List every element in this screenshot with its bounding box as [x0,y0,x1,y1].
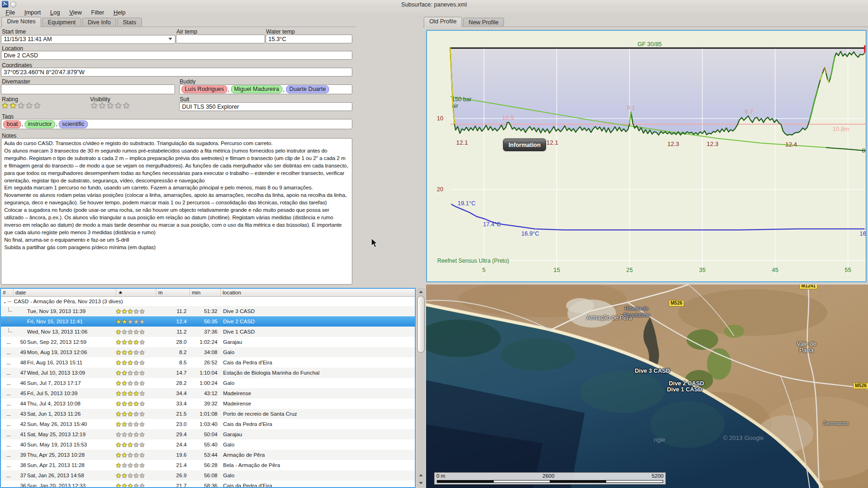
dive-row[interactable]: 41Sat, May 25, 2013 12:19★★★★★29.450:04G… [1,429,415,439]
menu-view[interactable]: View [64,8,86,17]
dive-row[interactable]: Tue, Nov 19, 2013 11:39★★★★★11.251:32Div… [1,306,415,316]
tree-line [7,301,12,302]
profile-plot: 10.8m150 barair8019.1°C17.4°C16.9°C1612.… [427,31,867,282]
road-badge-m526-2: M526 [853,383,868,389]
dive-row[interactable]: 37Sat, Jan 26, 2013 14:58★★★★★26.956:08G… [1,470,415,481]
tab-equipment[interactable]: Equipment [42,18,81,27]
tag-chip[interactable]: boat [3,120,21,128]
menu-filter[interactable]: Filter [86,8,109,17]
map-attribution: © 2013 Google [706,435,781,441]
map-label-vale-de-parra: Vale de Parra [790,341,823,354]
expander-icon[interactable]: ⌄ [3,299,7,304]
dive-profile-chart: 10.8m150 barair8019.1°C17.4°C16.9°C1612.… [426,30,867,282]
avg-depth-label: 10.8m [833,125,849,132]
start-time-input[interactable] [1,35,175,44]
dive-row[interactable]: 49Mon, Aug 19, 2013 12:06★★★★★8.234:08Ga… [1,347,415,357]
menu-import[interactable]: Import [20,8,45,17]
water-temp-input[interactable] [266,35,352,43]
dive-list-header[interactable]: # date ★ m min location [1,289,415,297]
dive-row[interactable]: 44Thu, Jul 4, 2013 10:08★★★★★33.439:32Ma… [1,398,415,409]
chip-separator: , [283,86,284,93]
divemaster-label: Divemaster [2,78,30,85]
tab-dive-notes[interactable]: Dive Notes [1,17,41,27]
tags-input[interactable]: boat, instructor, scientific [1,119,352,129]
menu-help[interactable]: Help [109,8,130,17]
map-marker-dive-3-casd[interactable]: Dive 3 CASD [631,368,673,374]
time-axis-tick: 35 [699,267,706,273]
depth-annotation: 12.3 [707,140,718,147]
tab-stats[interactable]: Stats [117,18,142,27]
information-button[interactable]: Information [503,139,546,151]
scrollbar-thumb[interactable] [417,296,425,353]
dive-row[interactable]: 42Sun, May 26, 2013 15:40★★★★★23.01:03:4… [1,419,415,429]
depth-axis-tick: 20 [437,186,443,193]
time-axis-tick: 55 [845,267,851,273]
depth-annotation: 12.1 [546,139,558,146]
dive-row[interactable]: 40Sun, May 19, 2013 15:53★★★★★24.455:40G… [1,439,415,450]
map-scale-bar: 0 m 2600 5200 [434,472,666,485]
tab-new-profile[interactable]: New Profile [463,18,504,27]
buddy-chip[interactable]: Luís Rodrigues [182,85,227,93]
col-depth[interactable]: m [156,289,189,296]
map-marker-dive-2-casd[interactable]: Dive 2 CASD [665,380,708,387]
dive-row[interactable]: Wed, Nov 13, 2013 11:06★★★★★11.237:36Div… [1,327,415,337]
profile-tabbar: Old Profile New Profile [424,18,504,27]
rating-stars[interactable]: ★★★★★ [1,101,42,111]
dive-row[interactable]: 50Sun, Sep 22, 2013 12:59★★★★★28.01:02:2… [1,337,415,347]
dive-row[interactable]: 45Fri, Jul 5, 2013 10:39★★★★★34.443:12Ma… [1,388,415,398]
scroll-down-icon[interactable] [417,480,425,487]
start-time-combo[interactable] [1,35,175,43]
air-temp-input[interactable] [176,35,265,43]
temperature-label: 19.1°C [458,200,476,207]
dive-list[interactable]: # date ★ m min location ⌄ CASD - Armação… [0,288,416,488]
road-badge-m1241: M1241 [799,285,818,289]
buddy-chip[interactable]: Duarte Duarte [286,85,329,93]
dive-row[interactable]: 38Sun, Apr 21, 2013 11:28★★★★★21.456:28B… [1,460,415,470]
col-date[interactable]: date [13,289,116,296]
scale-end: 5200 [651,473,664,479]
water-temp-label: Water temp [266,28,295,35]
suit-input[interactable] [179,102,352,111]
notes-textarea[interactable]: Aula do curso CASD. Transectos c/video e… [1,138,352,285]
dive-row[interactable]: 47Wed, Jul 10, 2013 13:09★★★★★14.71:10:0… [1,368,415,378]
temperature-label: 17.4°C [483,221,501,228]
left-tabbar: Dive Notes Equipment Dive Info Stats [1,18,142,27]
divemaster-input[interactable] [1,84,175,94]
menu-log[interactable]: Log [46,8,65,17]
dive-row[interactable]: 43Sat, Jun 1, 2013 11:26★★★★★21.51:01:08… [1,409,415,419]
dive-site-map[interactable]: Armação de Pêra Ribeira de Alcantarilha … [426,285,868,488]
visibility-stars[interactable]: ★★★★★ [91,101,131,111]
dive-row[interactable]: 39Thu, Apr 25, 2013 10:28★★★★★19.653:44A… [1,450,415,460]
map-marker-dive-1-casd[interactable]: Dive 1 CASD [663,386,706,393]
col-location[interactable]: location [220,289,415,296]
scroll-up-icon[interactable] [417,288,425,295]
tag-chip[interactable]: scientific [59,120,88,128]
buddy-input[interactable]: Luís Rodrigues, Miguel Madureira, Duarte… [179,84,352,94]
menubar: FileImportLogViewFilterHelp [0,8,868,17]
dive-list-scrollbar[interactable] [417,288,425,488]
chip-separator: , [228,86,229,93]
depth-axis-tick: 10 [437,115,443,122]
tab-old-profile[interactable]: Old Profile [424,17,462,27]
dive-row[interactable]: 36Sun, Jan 20, 2013 12:33★★★★★21.758:36C… [1,481,415,488]
depth-annotation: 12.3 [667,140,679,147]
dive-row[interactable]: 48Fri, Aug 16, 2013 15:11★★★★★8.526:52Ca… [1,357,415,368]
pressure-end-label: 80 [862,147,867,154]
coordinates-input[interactable] [1,68,352,77]
chevron-down-icon[interactable] [168,37,173,41]
scale-bar-ruler [437,480,663,483]
col-stars[interactable]: ★ [116,289,156,296]
location-input[interactable] [1,51,352,60]
tag-chip[interactable]: instructor [25,120,55,128]
dive-row[interactable]: Fri, Nov 15, 2013 11:41★★★★★12.456:35Div… [1,316,415,327]
col-num[interactable]: # [1,290,13,295]
buddy-chip[interactable]: Miguel Madureira [231,85,283,93]
scroll-up-icon[interactable] [417,472,425,479]
scale-start: 0 m [436,473,445,479]
depth-annotation: 10.5 [502,114,514,121]
menu-file[interactable]: File [1,8,20,17]
tab-dive-info[interactable]: Dive Info [82,18,116,27]
dive-row[interactable]: 46Sun, Jul 7, 2013 17:17★★★★★28.21:00:24… [1,378,415,388]
trip-group-row[interactable]: ⌄ CASD - Armação de Pêra, Nov 2013 (3 di… [1,297,415,306]
col-duration[interactable]: min [189,289,220,296]
